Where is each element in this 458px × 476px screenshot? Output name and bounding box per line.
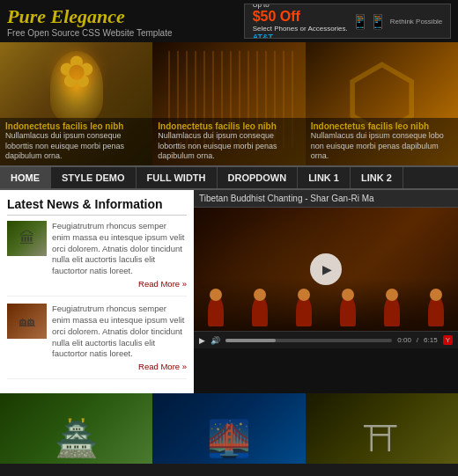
news-text-1: Feugiatrutrum rhoncus semper enim massa … [52, 221, 187, 277]
slide-caption-text-3: Nullamlacus dui ipsum conseque lobo non … [311, 131, 453, 162]
right-column: Tibetan Buddhist Chanting - Shar Gan-Ri … [194, 190, 458, 393]
slide-caption-title-1: Indonectetus facilis leo nibh [5, 121, 147, 131]
bottom-row [0, 393, 458, 464]
ad-phone-icon: 📱📱 [351, 13, 387, 30]
slideshow: Indonectetus facilis leo nibh Nullamlacu… [0, 42, 458, 165]
nav-link2[interactable]: LINK 2 [351, 167, 403, 188]
ad-slogan: Rethink Possible [390, 18, 443, 26]
news-content-1: Feugiatrutrum rhoncus semper enim massa … [52, 221, 187, 289]
progress-fill [225, 339, 276, 342]
news-text-2: Feugiatrutrum rhoncus semper enim massa … [52, 304, 187, 360]
news-item-2: Feugiatrutrum rhoncus semper enim massa … [7, 304, 187, 379]
slide-3: Indonectetus facilis leo nibh Nullamlacu… [306, 42, 458, 165]
left-column: Latest News & Information Feugiatrutrum … [0, 190, 194, 393]
site-tagline: Free Open Source CSS Website Template [7, 28, 173, 38]
slide-caption-2: Indonectetus facilis leo nibh Nullamlacu… [152, 118, 305, 165]
ad-banner[interactable]: Up to $50 Off Select Phones or Accessori… [244, 4, 451, 39]
slide-caption-text-1: Nullamlacus dui ipsum conseque loborttis… [5, 131, 147, 162]
video-controls: ▶ 🔊 0:00 / 6:15 Y [194, 331, 458, 348]
slide-2: Indonectetus facilis leo nibh Nullamlacu… [152, 42, 305, 165]
slide-caption-3: Indonectetus facilis leo nibh Nullamlacu… [306, 118, 458, 165]
monk-3 [296, 296, 312, 326]
ad-description: Select Phones or Accessories. [253, 25, 348, 33]
slide-caption-title-3: Indonectetus facilis leo nibh [311, 121, 453, 131]
volume-button[interactable]: 🔊 [211, 336, 220, 345]
site-title: Pure Elegance [7, 5, 173, 28]
video-background [194, 208, 458, 331]
bottom-image-2 [152, 393, 305, 464]
time-total: 6:15 [424, 336, 438, 344]
time-separator: / [417, 336, 418, 344]
monk-1 [208, 296, 224, 326]
monk-2 [252, 296, 268, 326]
slide-caption-text-2: Nullamlacus dui ipsum conseque loborttis… [158, 131, 299, 162]
nav-dropdown[interactable]: DROPDOWN [218, 167, 299, 188]
play-button[interactable] [310, 253, 342, 285]
nav-link1[interactable]: LINK 1 [298, 167, 351, 188]
read-more-1[interactable]: Read More » [52, 279, 187, 289]
monk-6 [428, 296, 444, 326]
slide-caption-1: Indonectetus facilis leo nibh Nullamlacu… [0, 118, 152, 165]
news-item-1: Feugiatrutrum rhoncus semper enim massa … [7, 221, 187, 297]
content-area: Latest News & Information Feugiatrutrum … [0, 190, 458, 393]
ad-inner: Up to $50 Off Select Phones or Accessori… [253, 4, 443, 39]
news-content-2: Feugiatrutrum rhoncus semper enim massa … [52, 304, 187, 371]
video-player[interactable] [194, 208, 458, 331]
bottom-image-1 [0, 393, 152, 464]
news-thumb-1 [7, 221, 47, 256]
ad-discount: $50 Off [253, 9, 348, 25]
progress-bar[interactable] [225, 339, 392, 342]
youtube-label: Y [443, 335, 453, 345]
monk-figures [194, 278, 458, 331]
navigation: HOME STYLE DEMO FULL WIDTH DROPDOWN LINK… [0, 165, 458, 190]
ad-text-group: Up to $50 Off Select Phones or Accessori… [253, 4, 348, 39]
play-pause-button[interactable]: ▶ [199, 336, 205, 345]
news-thumb-2 [7, 304, 47, 339]
ad-brand: AT&T [253, 33, 348, 39]
header: Pure Elegance Free Open Source CSS Websi… [0, 0, 458, 42]
bottom-image-3 [306, 393, 458, 464]
time-current: 0:00 [397, 336, 411, 344]
video-title-bar: Tibetan Buddhist Chanting - Shar Gan-Ri … [194, 190, 458, 208]
nav-home[interactable]: HOME [0, 167, 51, 188]
nav-full-width[interactable]: FULL WIDTH [137, 167, 218, 188]
nav-style-demo[interactable]: STYLE DEMO [51, 167, 137, 188]
header-left: Pure Elegance Free Open Source CSS Websi… [7, 5, 173, 38]
slide-1: Indonectetus facilis leo nibh Nullamlacu… [0, 42, 152, 165]
read-more-2[interactable]: Read More » [52, 362, 187, 371]
monk-4 [340, 296, 356, 326]
slide-caption-title-2: Indonectetus facilis leo nibh [158, 121, 299, 131]
section-title: Latest News & Information [7, 197, 187, 216]
monk-5 [384, 296, 400, 326]
